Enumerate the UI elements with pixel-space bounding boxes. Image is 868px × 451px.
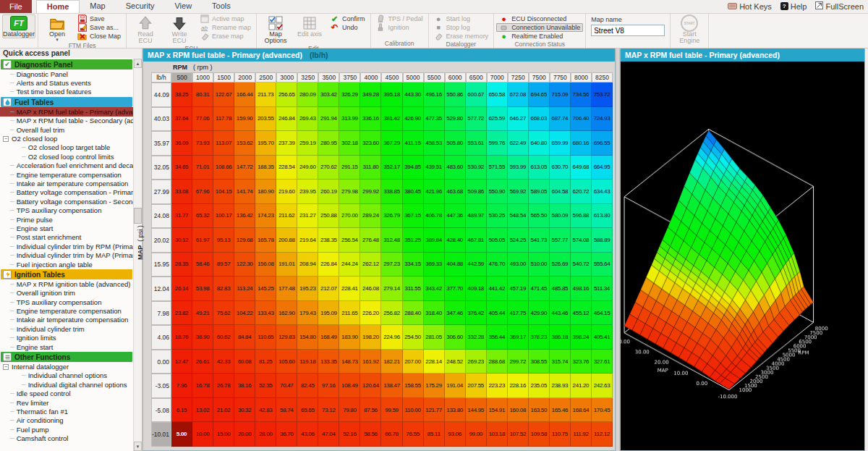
table-cell[interactable]: 93.06 [445,422,466,447]
surface-3d-canvas[interactable] [621,62,864,450]
table-cell[interactable]: 165.78 [255,228,276,253]
collapse-icon[interactable]: − [3,364,9,370]
table-cell[interactable]: 237.39 [276,131,297,156]
table-cell[interactable]: 426.90 [403,107,424,132]
table-cell[interactable]: 574.08 [571,228,592,253]
table-cell[interactable]: 113.07 [213,131,234,156]
table-cell[interactable]: 212.07 [318,277,339,301]
table-cell[interactable]: 122.30 [234,253,255,277]
row-header-15.95[interactable]: 15.95 [151,253,171,277]
column-header-7250[interactable]: 7250 [508,72,529,83]
tree-item-acceleration-fuel-enrichment-and-decay[interactable]: ─Acceleration fuel enrichment and decay [0,161,133,170]
table-cell[interactable]: 613.80 [592,204,613,229]
tree-item-fuel-injection-angle-table[interactable]: ─Fuel injection angle table [0,260,133,269]
tree-item-map-x-rpm-fuel-table-primary-advanced[interactable]: ─MAP x RPM fuel table - Primary (advance… [0,107,133,116]
column-header-3750[interactable]: 3750 [339,72,360,83]
erase-memory-button[interactable]: Erase memory [431,32,492,41]
table-cell[interactable]: 529.80 [445,107,466,132]
table-cell[interactable]: 58.74 [276,398,297,423]
start-engine-button[interactable]: STARTStart Engine [673,14,706,45]
table-cell[interactable]: 177.48 [276,277,297,301]
table-cell[interactable]: 505.80 [445,131,466,156]
table-cell[interactable]: 467.81 [466,228,487,253]
table-cell[interactable]: 138.47 [381,374,402,398]
table-cell[interactable]: 79.80 [339,398,360,423]
table-cell[interactable]: 28.35 [171,253,192,277]
table-cell[interactable]: 262.12 [360,253,381,277]
table-cell[interactable]: 110.65 [255,325,276,350]
table-cell[interactable]: 441.42 [487,277,508,301]
tree-item-diagnostic-panel[interactable]: ─Diagnostic Panel [0,69,133,78]
table-cell[interactable]: 12.47 [171,350,192,374]
column-header-8000[interactable]: 8000 [571,72,592,83]
tree-item-engine-temperature-compensation[interactable]: ─Engine temperature compensation [0,170,133,179]
table-cell[interactable]: 279.14 [381,277,402,301]
table-cell[interactable]: 99.00 [466,422,487,447]
table-cell[interactable]: 16.78 [192,374,213,398]
table-cell[interactable]: 347.46 [445,301,466,326]
tree-item-map-x-rpm-fuel-table-secondary-advanced[interactable]: ─MAP x RPM fuel table - Secondary (advan… [0,117,133,125]
table-cell[interactable]: 112.12 [592,422,613,447]
row-header-4.06[interactable]: 4.06 [151,325,171,350]
table-cell[interactable]: 154.91 [487,398,508,423]
table-cell[interactable]: 42.33 [213,350,234,374]
table-cell[interactable]: 276.48 [360,228,381,253]
row-header--5.08[interactable]: -5.08 [151,398,171,423]
table-cell[interactable]: 540.72 [571,253,592,277]
table-cell[interactable]: 303.42 [318,83,339,107]
table-cell[interactable]: 104.22 [234,301,255,326]
table-cell[interactable]: 326.79 [381,204,402,229]
table-cell[interactable]: 279.98 [339,180,360,204]
scroll-up-icon[interactable]: ▲ [134,59,142,68]
table-cell[interactable]: 208.94 [297,253,318,277]
table-cell[interactable]: 81.25 [255,350,276,374]
table-cell[interactable]: 306.60 [445,325,466,350]
tree-item-individual-channel-options[interactable]: ─Individual channel options [0,371,133,380]
tree-item-o2-closed-loop-target-table[interactable]: ─O2 closed loop target table [0,143,133,152]
table-cell[interactable]: 281.05 [424,325,445,350]
connection-unavailable-button[interactable]: Connection Unavailable [496,23,583,32]
tree-item-test-time-based-features[interactable]: ─Test time based features [0,88,133,96]
row-header-40.03[interactable]: 40.03 [151,107,171,132]
table-cell[interactable]: 82.45 [297,374,318,398]
column-header-6500[interactable]: 6500 [466,72,487,83]
table-cell[interactable]: 241.20 [571,374,592,398]
table-cell[interactable]: 571.55 [487,156,508,180]
tab-home[interactable]: Home [36,0,80,13]
table-cell[interactable]: 238.35 [318,228,339,253]
table-cell[interactable]: 107.52 [508,422,529,447]
table-cell[interactable]: 99.59 [381,398,402,423]
table-cell[interactable]: 509.86 [466,180,487,204]
table-cell[interactable]: 381.42 [381,107,402,132]
table-cell[interactable]: 297.23 [381,253,402,277]
table-cell[interactable]: 228.54 [276,156,297,180]
row-header-35.97[interactable]: 35.97 [151,131,171,156]
table-cell[interactable]: 133.80 [445,398,466,423]
table-cell[interactable]: 165.46 [550,398,571,423]
table-cell[interactable]: 28.00 [255,422,276,447]
table-cell[interactable]: 524.25 [508,228,529,253]
table-cell[interactable]: 73.12 [318,398,339,423]
table-cell[interactable]: 13.02 [192,398,213,423]
close-map-button[interactable]: Close Map [75,32,124,41]
row-header-0.00[interactable]: 0.00 [151,350,171,374]
table-cell[interactable]: 65.65 [297,398,318,423]
table-cell[interactable]: 145.25 [255,277,276,301]
table-cell[interactable]: 485.85 [550,277,571,301]
table-cell[interactable]: 352.17 [381,156,402,180]
table-cell[interactable]: 246.08 [360,277,381,301]
table-cell[interactable]: 463.68 [445,180,466,204]
table-cell[interactable]: 100.17 [213,204,234,229]
table-cell[interactable]: 550.86 [445,83,466,107]
table-cell[interactable]: 71.01 [192,156,213,180]
table-cell[interactable]: 219.60 [276,180,297,204]
write-ecu-button[interactable]: Write ECU [163,14,196,45]
table-cell[interactable]: 270.00 [339,204,360,229]
table-cell[interactable]: 659.99 [550,131,571,156]
table-cell[interactable]: 108.49 [339,374,360,398]
tab-view[interactable]: View [164,0,202,13]
table-cell[interactable]: 589.05 [529,180,550,204]
table-cell[interactable]: 250.88 [318,204,339,229]
table-cell[interactable]: 526.69 [550,253,571,277]
table-cell[interactable]: 34.65 [171,156,192,180]
